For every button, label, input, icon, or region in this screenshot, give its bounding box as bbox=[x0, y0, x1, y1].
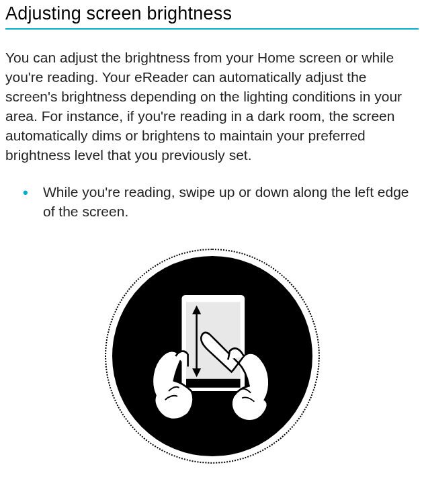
page-heading: Adjusting screen brightness bbox=[5, 3, 419, 24]
document-page: Adjusting screen brightness You can adju… bbox=[0, 0, 424, 464]
black-circle-background bbox=[112, 256, 312, 456]
svg-rect-2 bbox=[186, 379, 241, 388]
intro-paragraph: You can adjust the brightness from your … bbox=[5, 48, 419, 165]
swipe-brightness-gesture-icon bbox=[105, 249, 320, 464]
illustration-container bbox=[5, 249, 419, 464]
instruction-list: While you're reading, swipe up or down a… bbox=[5, 183, 419, 222]
instruction-item: While you're reading, swipe up or down a… bbox=[28, 183, 419, 222]
hands-device-icon bbox=[125, 269, 300, 444]
heading-divider bbox=[5, 28, 419, 30]
